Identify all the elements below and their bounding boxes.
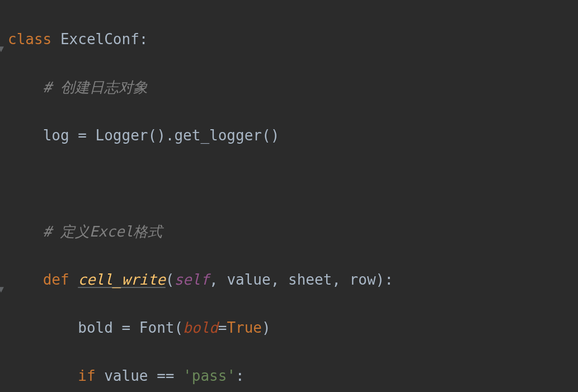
op-token: = [69, 127, 96, 144]
punct: : [384, 271, 393, 288]
punct: : [139, 31, 148, 48]
op-token: = [218, 319, 227, 336]
code-line[interactable]: ▾class ExcelConf: [0, 27, 578, 51]
punct: ( [174, 319, 183, 336]
kwarg-token: bold [183, 319, 218, 336]
punct: , [271, 271, 288, 288]
comment-token: # 创建日志对象 [43, 79, 148, 96]
punct: ) [262, 319, 271, 336]
code-line[interactable]: bold = Font(bold=True) [0, 316, 578, 340]
ident-token: bold [78, 319, 113, 336]
code-line[interactable]: # 创建日志对象 [0, 75, 578, 100]
punct: ( [148, 127, 157, 144]
punct: ( [166, 271, 175, 288]
self-token: self [174, 271, 209, 288]
class-name-token: ExcelConf [60, 31, 139, 48]
punct: , [209, 271, 227, 288]
op-token: == [148, 367, 183, 384]
param-token: sheet [288, 271, 332, 288]
comment-token: # 定义Excel格式 [43, 223, 163, 240]
const-token: True [227, 319, 262, 336]
punct: ) [157, 127, 166, 144]
fold-icon[interactable]: ▾ [0, 36, 3, 43]
code-line[interactable]: ▾ def cell_write(self, value, sheet, row… [0, 268, 578, 292]
code-editor[interactable]: ▾class ExcelConf: # 创建日志对象 log = Logger(… [0, 0, 578, 392]
keyword: class [8, 31, 51, 48]
param-token: row [350, 271, 376, 288]
keyword: if [78, 367, 95, 384]
keyword: def [43, 271, 69, 288]
fold-icon[interactable]: ▾ [0, 277, 3, 284]
punct: ( [262, 127, 271, 144]
code-line[interactable]: log = Logger().get_logger() [0, 124, 578, 148]
punct: ) [271, 127, 280, 144]
op-token: = [113, 319, 139, 336]
call-token: get_logger [174, 127, 262, 144]
call-token: Font [139, 319, 175, 336]
param-token: value [227, 271, 270, 288]
code-line[interactable]: if value == 'pass': [0, 364, 578, 388]
code-line[interactable] [0, 172, 578, 196]
code-line[interactable]: # 定义Excel格式 [0, 220, 578, 244]
call-token: Logger [96, 127, 148, 144]
punct: , [332, 271, 349, 288]
func-name-token: cell_write [78, 271, 166, 288]
punct: . [166, 127, 175, 144]
ident-token: log [43, 127, 69, 144]
punct: : [236, 367, 245, 384]
punct: ) [376, 271, 385, 288]
ident-token: value [104, 367, 148, 384]
string-token: 'pass' [183, 367, 236, 384]
